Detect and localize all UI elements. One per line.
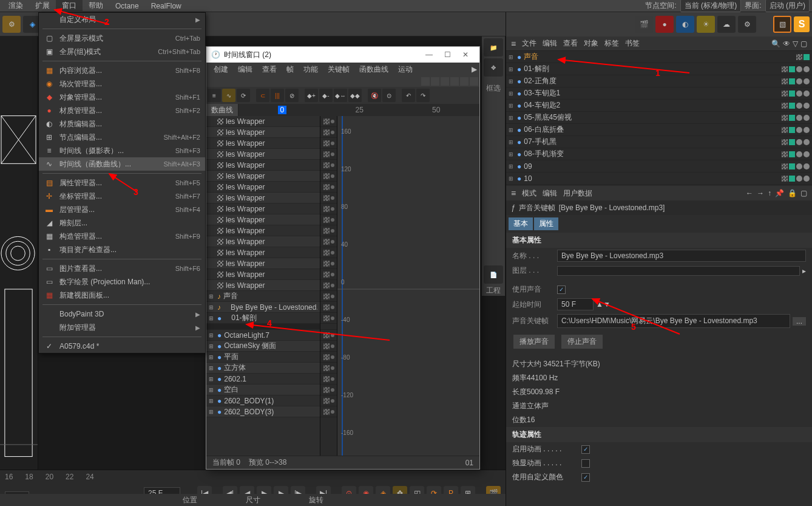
enable-anim-checkbox[interactable]: [581, 445, 590, 454]
menu-custom-layout[interactable]: 自定义布局▶: [39, 13, 205, 26]
menu-attr-manager[interactable]: ▤属性管理器...Shift+F5: [39, 176, 205, 190]
timeline-row[interactable]: les Wrapper: [206, 236, 320, 247]
timeline-row[interactable]: ⊞●立方体: [206, 363, 320, 374]
timeline-row[interactable]: les Wrapper: [206, 171, 320, 182]
menu-sculpt-layer[interactable]: ◢雕刻层...: [39, 216, 205, 230]
tl-link-button[interactable]: ⊘: [285, 89, 299, 102]
menu-window[interactable]: 窗口: [56, 0, 83, 12]
eye-icon[interactable]: 👁: [783, 39, 790, 48]
fwd-icon[interactable]: →: [757, 189, 764, 197]
tl-option-button[interactable]: ⊙: [382, 89, 396, 102]
obj-menu-object[interactable]: 对象: [584, 38, 598, 49]
object-row[interactable]: ⊞●08-手机渐变: [506, 148, 812, 160]
tl-menu-fcurve[interactable]: 函数曲线: [354, 63, 393, 76]
obj-menu-view[interactable]: 查看: [563, 38, 578, 49]
film-icon[interactable]: 🎬: [635, 16, 653, 33]
minimize-button[interactable]: —: [420, 50, 438, 59]
tl-mute-button[interactable]: 🔇: [368, 89, 381, 102]
hamburger-icon[interactable]: ≡: [511, 188, 516, 198]
object-row[interactable]: ⊞●04-车钥匙2: [506, 100, 812, 112]
sun-button[interactable]: ☀: [697, 16, 715, 33]
menu-new-viewport[interactable]: ▦新建视图面板...: [39, 289, 205, 302]
nav-icon-4[interactable]: [450, 77, 459, 86]
folder-button[interactable]: 📁: [484, 38, 503, 56]
solo-anim-checkbox[interactable]: [581, 459, 590, 468]
timeline-row[interactable]: ⊞●2602_BODY(1): [206, 395, 320, 406]
object-list[interactable]: ⊞●声音⊞●01-解剖⊞●02-正角度⊞●03-车钥匙1⊞●04-车钥匙2⊞●0…: [506, 51, 812, 186]
maximize-button[interactable]: ☐: [438, 50, 456, 59]
nav-icon-2[interactable]: [431, 77, 439, 86]
timeline-row[interactable]: les Wrapper: [206, 225, 320, 236]
use-sound-checkbox[interactable]: [557, 285, 566, 294]
timeline-row[interactable]: ⊞●OctaneSky 侧面: [206, 341, 320, 352]
obj-menu-bookmarks[interactable]: 书签: [625, 38, 640, 49]
layer-field[interactable]: [557, 266, 800, 276]
menu-timeline-fcurve[interactable]: ∿时间线（函数曲线）...Shift+Alt+F3: [39, 157, 205, 171]
timeline-row[interactable]: ⊞♪声音: [206, 291, 320, 302]
menu-picture-viewer[interactable]: ▭图片查看器...Shift+F6: [39, 262, 205, 275]
object-row[interactable]: ⊞●07-手机黑: [506, 136, 812, 148]
object-row[interactable]: ⊞●10: [506, 173, 812, 185]
octane-badge[interactable]: ▧: [773, 16, 791, 33]
object-row[interactable]: ⊞●01-解剖: [506, 63, 812, 75]
menu-coord-manager[interactable]: ✢坐标管理器...Shift+F7: [39, 190, 205, 203]
timeline-ruler[interactable]: 0 25 50: [239, 104, 479, 116]
record-button[interactable]: ●: [655, 16, 674, 33]
menu-render[interactable]: 渲染: [2, 0, 29, 12]
start-time-field[interactable]: 50 F: [557, 298, 594, 310]
obj-menu-edit[interactable]: 编辑: [543, 38, 557, 49]
object-row[interactable]: ⊞●03-车钥匙1: [506, 87, 812, 100]
spinner-icon[interactable]: ▲▼: [596, 300, 611, 309]
substance-badge[interactable]: S: [794, 16, 810, 32]
play-sound-button[interactable]: 播放声音: [513, 335, 555, 349]
obj-menu-file[interactable]: 文件: [522, 38, 536, 49]
tl-undo-button[interactable]: ↶: [402, 89, 415, 102]
nav-icon-1[interactable]: [421, 77, 430, 86]
tl-menu-edit[interactable]: 编辑: [233, 63, 257, 76]
timeline-row[interactable]: les Wrapper: [206, 138, 320, 149]
search-icon[interactable]: 🔍: [771, 39, 780, 48]
timeline-row[interactable]: ⊞●平面: [206, 352, 320, 363]
menu-fullscreen[interactable]: ▢全屏显示模式Ctrl+Tab: [39, 32, 205, 45]
timeline-row[interactable]: les Wrapper: [206, 116, 320, 127]
tl-magnet-button[interactable]: ⊂: [256, 89, 269, 102]
fcurve-tab[interactable]: 数曲线: [206, 104, 239, 116]
menu-material-editor[interactable]: ◐材质编辑器...: [39, 117, 205, 131]
menu-bodypaint[interactable]: BodyPaint 3D▶: [39, 307, 205, 321]
tl-redo-button[interactable]: ↷: [416, 89, 430, 102]
timeline-row[interactable]: ⊞♪Bye Bye Bye - Lovestoned.mp3: [206, 302, 320, 313]
obj-menu-tags[interactable]: 标签: [604, 38, 619, 49]
timeline-row[interactable]: ⊞●空白: [206, 385, 320, 395]
timeline-row[interactable]: ⊞●2602_BODY(3): [206, 406, 320, 417]
menu-node-editor[interactable]: ⊞节点编辑器...Shift+Alt+F2: [39, 131, 205, 144]
timeline-row[interactable]: les Wrapper: [206, 269, 320, 280]
menu-fullscreen-group[interactable]: ▣全屏(组)模式Ctrl+Shift+Tab: [39, 45, 205, 58]
lock-icon[interactable]: 🔒: [788, 189, 797, 197]
tl-key-move-button[interactable]: ◆↔: [334, 89, 347, 102]
menu-extensions[interactable]: 扩展: [29, 0, 56, 12]
tag-filter-icon[interactable]: ▢: [800, 39, 807, 48]
menu-realflow[interactable]: RealFlow: [145, 1, 188, 12]
object-row[interactable]: ⊞●09: [506, 160, 812, 173]
nav-icon-6[interactable]: [470, 77, 478, 86]
chevron-right-icon[interactable]: ▶: [472, 65, 477, 74]
timeline-row[interactable]: les Wrapper: [206, 160, 320, 171]
attr-menu-edit[interactable]: 编辑: [543, 188, 557, 199]
menu-projection-man[interactable]: ▭数字绘景 (Projection Man)...: [39, 275, 205, 289]
filter-icon[interactable]: ▽: [793, 39, 798, 48]
timeline-row[interactable]: ⊞●OctaneLight.7: [206, 330, 320, 341]
tl-menu-create[interactable]: 创建: [209, 63, 233, 76]
timeline-row[interactable]: les Wrapper: [206, 193, 320, 203]
tab-basic[interactable]: 基本: [509, 217, 533, 230]
tl-dopesheet-button[interactable]: ≡: [208, 89, 221, 102]
timeline-row[interactable]: ⊞●2602.1: [206, 374, 320, 385]
object-row[interactable]: ⊞●06-白底折叠: [506, 124, 812, 136]
settings-button[interactable]: ⚙: [738, 16, 756, 33]
menu-struct-manager[interactable]: ▦构造管理器...Shift+F9: [39, 230, 205, 243]
tl-menu-function[interactable]: 功能: [299, 63, 323, 76]
object-row[interactable]: ⊞●02-正角度: [506, 75, 812, 87]
tl-key-del-button[interactable]: ◆-: [319, 89, 333, 102]
timeline-titlebar[interactable]: 🕐 时间线窗口 (2) — ☐ ✕: [206, 47, 479, 63]
back-icon[interactable]: ←: [746, 189, 753, 197]
custom-color-checkbox[interactable]: [581, 473, 590, 482]
